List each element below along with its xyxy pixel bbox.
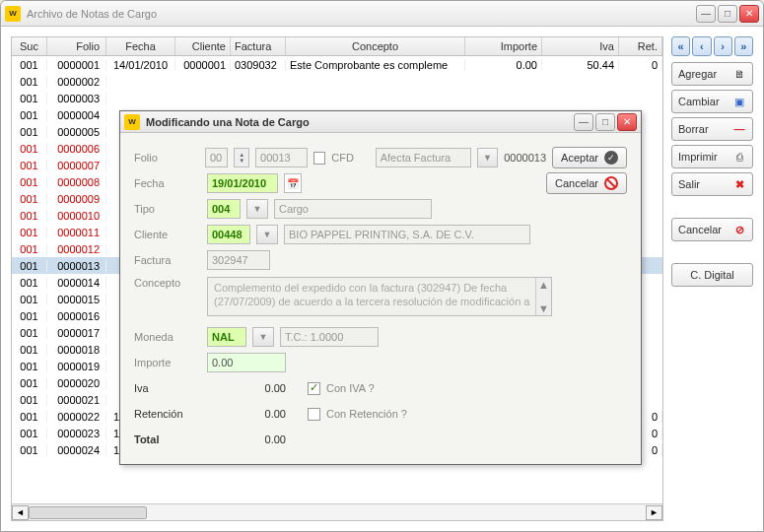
nav-prev[interactable]: ‹ [692,36,711,56]
coniva-checkbox[interactable] [308,382,320,395]
factura-input[interactable]: 302947 [207,250,270,270]
horizontal-scrollbar[interactable]: ◄ ► [12,503,662,520]
dialog-titlebar: W Modificando una Nota de Cargo — □ ✕ [120,111,641,133]
column-header[interactable]: Cliente [175,37,231,55]
cambiar-button[interactable]: Cambiar▣ [671,90,753,113]
tipo-label: Tipo [134,203,201,215]
cancelar-button[interactable]: Cancelar⊘ [671,218,753,241]
sidebar: «‹›» Agregar🗎 Cambiar▣ Borrar— Imprimir⎙… [671,36,753,521]
edit-dialog: W Modificando una Nota de Cargo — □ ✕ Fo… [119,110,642,465]
column-header[interactable]: Ret. [619,37,662,55]
folio-prefix-input[interactable]: 00 [205,148,229,167]
main-window: W Archivo de Notas de Cargo — □ ✕ SucFol… [0,0,764,532]
column-header[interactable]: Folio [47,37,106,55]
app-icon: W [124,114,140,130]
total-value: 0.00 [207,433,286,445]
cfd-checkbox[interactable] [313,152,326,165]
column-header[interactable]: Importe [465,37,542,55]
column-header[interactable]: Factura [231,37,286,55]
iva-label: Iva [134,382,201,394]
moneda-label: Moneda [134,331,201,343]
minus-icon: — [732,122,746,136]
aceptar-button[interactable]: Aceptar✓ [552,147,627,168]
chevron-down-icon[interactable]: ▼ [252,327,274,347]
tipo-desc: Cargo [274,199,432,219]
dialog-maximize-button[interactable]: □ [595,113,615,131]
printer-icon: ⎙ [732,150,746,164]
chevron-down-icon[interactable]: ▼ [477,148,498,167]
fecha-label: Fecha [134,177,201,189]
scroll-thumb[interactable] [29,506,147,519]
retencion-value: 0.00 [207,408,286,420]
image-icon: ▣ [732,95,746,108]
spin-icon[interactable]: ▲▼ [234,148,249,167]
cdigital-button[interactable]: C. Digital [671,263,753,287]
column-header[interactable]: Concepto [286,37,465,55]
nav-next[interactable]: › [714,36,732,56]
borrar-button[interactable]: Borrar— [671,117,753,141]
close-icon: ✖ [732,177,746,191]
conret-checkbox[interactable] [308,408,320,421]
table-row[interactable]: 0010000002 [12,73,662,90]
folio-full: 0000013 [504,152,546,164]
cliente-desc: BIO PAPPEL PRINTING, S.A. DE C.V. [284,225,530,244]
importe-input[interactable]: 0.00 [207,353,286,372]
check-icon: ✓ [604,151,618,165]
close-button[interactable]: ✕ [739,5,759,23]
cliente-label: Cliente [134,229,201,240]
cliente-input[interactable]: 00448 [207,225,250,244]
textarea-scrollbar[interactable]: ▲▼ [535,278,551,315]
prohibit-icon: ⊘ [732,223,746,236]
iva-value: 0.00 [207,382,286,394]
imprimir-button[interactable]: Imprimir⎙ [671,145,753,168]
dialog-close-button[interactable]: ✕ [617,113,637,131]
concepto-label: Concepto [134,277,201,289]
column-header[interactable]: Suc [12,37,47,55]
main-title: Archivo de Notas de Cargo [27,8,696,20]
agregar-button[interactable]: Agregar🗎 [671,62,753,86]
dialog-title: Modificando una Nota de Cargo [146,116,574,128]
salir-button[interactable]: Salir✖ [671,172,753,196]
total-label: Total [134,433,201,445]
afecta-select[interactable]: Afecta Factura [376,148,471,167]
table-row[interactable]: 0010000003 [12,90,662,106]
factura-label: Factura [134,254,201,266]
importe-label: Importe [134,357,201,368]
page-icon: 🗎 [732,67,746,81]
maximize-button[interactable]: □ [718,5,737,23]
scroll-left-icon[interactable]: ◄ [12,505,29,520]
folio-number-input[interactable]: 00013 [255,148,308,167]
app-icon: W [5,6,21,22]
conret-label: Con Retención ? [326,408,407,420]
main-titlebar: W Archivo de Notas de Cargo — □ ✕ [1,1,763,27]
column-header[interactable]: Fecha [106,37,175,55]
dialog-cancelar-button[interactable]: Cancelar [546,172,627,194]
minimize-button[interactable]: — [696,5,716,23]
tc-value: T.C.: 1.0000 [280,327,379,347]
calendar-icon[interactable]: 📅 [284,173,302,193]
chevron-down-icon[interactable]: ▼ [256,225,278,244]
folio-label: Folio [134,152,199,164]
chevron-down-icon[interactable]: ▼ [246,199,268,219]
column-header[interactable]: Iva [542,37,619,55]
concepto-textarea[interactable]: Complemento del expedido con la factura … [207,277,552,316]
fecha-input[interactable]: 19/01/2010 [207,173,278,193]
retencion-label: Retención [134,408,201,420]
nav-last[interactable]: » [734,36,753,56]
cfd-label: CFD [331,152,354,164]
nav-first[interactable]: « [671,36,690,56]
tipo-input[interactable]: 004 [207,199,241,219]
moneda-input[interactable]: NAL [207,327,246,347]
grid-header: SucFolioFechaClienteFacturaConceptoImpor… [12,37,662,56]
coniva-label: Con IVA ? [326,382,375,394]
table-row[interactable]: 001000000114/01/201000000010309032Este C… [12,56,662,73]
prohibit-icon [604,176,618,190]
scroll-right-icon[interactable]: ► [646,505,662,520]
dialog-minimize-button[interactable]: — [574,113,593,131]
